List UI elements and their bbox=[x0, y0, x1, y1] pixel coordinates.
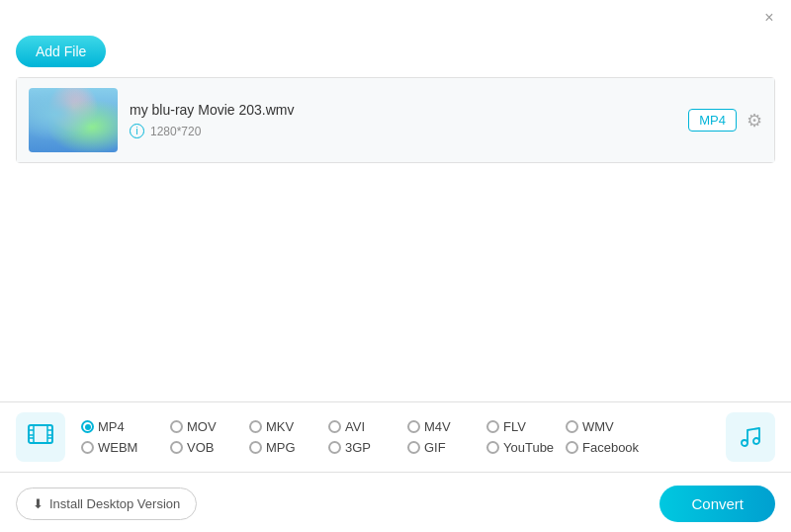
format-option-mp4[interactable]: MP4 bbox=[81, 419, 170, 434]
format-option-youtube[interactable]: YouTube bbox=[486, 440, 566, 455]
radio-youtube bbox=[486, 441, 499, 454]
format-option-3gp[interactable]: 3GP bbox=[328, 440, 407, 455]
format-label-webm: WEBM bbox=[98, 440, 137, 455]
file-name: my blu-ray Movie 203.wmv bbox=[130, 102, 676, 118]
content-area bbox=[0, 163, 791, 381]
close-button[interactable]: × bbox=[759, 8, 779, 28]
format-label-mpg: MPG bbox=[266, 440, 296, 455]
audio-format-icon[interactable] bbox=[726, 412, 775, 462]
file-item: my blu-ray Movie 203.wmv i 1280*720 MP4 … bbox=[17, 78, 774, 162]
close-icon: × bbox=[764, 9, 773, 27]
radio-mpg bbox=[249, 441, 262, 454]
action-bar: ⬇ Install Desktop Version Convert bbox=[0, 475, 791, 532]
format-label-vob: VOB bbox=[187, 440, 214, 455]
format-option-gif[interactable]: GIF bbox=[407, 440, 486, 455]
file-resolution: 1280*720 bbox=[150, 125, 201, 138]
info-icon[interactable]: i bbox=[130, 124, 144, 138]
format-option-m4v[interactable]: M4V bbox=[407, 419, 486, 434]
radio-3gp bbox=[328, 441, 341, 454]
radio-mov bbox=[170, 420, 183, 433]
format-option-mkv[interactable]: MKV bbox=[249, 419, 328, 434]
format-badge[interactable]: MP4 bbox=[688, 109, 737, 132]
convert-button[interactable]: Convert bbox=[659, 486, 775, 522]
radio-wmv bbox=[566, 420, 578, 433]
install-desktop-button[interactable]: ⬇ Install Desktop Version bbox=[16, 488, 197, 520]
format-label-facebook: Facebook bbox=[582, 440, 639, 455]
format-selector: MP4 MOV MKV AVI M4V FLV bbox=[0, 401, 791, 473]
title-bar: × bbox=[0, 0, 791, 36]
radio-flv bbox=[486, 420, 499, 433]
format-label-m4v: M4V bbox=[424, 419, 451, 434]
format-option-flv[interactable]: FLV bbox=[486, 419, 566, 434]
format-label-3gp: 3GP bbox=[345, 440, 371, 455]
settings-button[interactable]: ⚙ bbox=[747, 110, 762, 132]
toolbar: Add File bbox=[0, 36, 791, 77]
format-label-flv: FLV bbox=[503, 419, 526, 434]
radio-facebook bbox=[566, 441, 578, 454]
format-option-avi[interactable]: AVI bbox=[328, 419, 407, 434]
file-info: my blu-ray Movie 203.wmv i 1280*720 bbox=[118, 102, 688, 138]
file-list: my blu-ray Movie 203.wmv i 1280*720 MP4 … bbox=[16, 77, 775, 163]
format-label-mov: MOV bbox=[187, 419, 217, 434]
format-label-gif: GIF bbox=[424, 440, 446, 455]
format-option-facebook[interactable]: Facebook bbox=[566, 440, 645, 455]
format-option-wmv[interactable]: WMV bbox=[566, 419, 645, 434]
file-thumbnail bbox=[29, 88, 118, 152]
format-label-mkv: MKV bbox=[266, 419, 294, 434]
format-label-youtube: YouTube bbox=[503, 440, 554, 455]
radio-mp4 bbox=[81, 420, 94, 433]
gear-icon: ⚙ bbox=[747, 111, 762, 131]
film-icon bbox=[27, 420, 54, 454]
format-option-mpg[interactable]: MPG bbox=[249, 440, 328, 455]
add-file-button[interactable]: Add File bbox=[16, 36, 106, 67]
format-label-mp4: MP4 bbox=[98, 419, 125, 434]
radio-vob bbox=[170, 441, 183, 454]
format-option-vob[interactable]: VOB bbox=[170, 440, 249, 455]
svg-point-9 bbox=[742, 440, 747, 446]
file-actions: MP4 ⚙ bbox=[688, 109, 762, 132]
video-format-icon[interactable] bbox=[16, 412, 65, 462]
format-option-mov[interactable]: MOV bbox=[170, 419, 249, 434]
install-label: Install Desktop Version bbox=[49, 496, 180, 511]
file-meta: i 1280*720 bbox=[130, 124, 676, 138]
radio-gif bbox=[407, 441, 420, 454]
format-label-avi: AVI bbox=[345, 419, 365, 434]
format-label-wmv: WMV bbox=[582, 419, 614, 434]
radio-avi bbox=[328, 420, 341, 433]
radio-mkv bbox=[249, 420, 262, 433]
svg-rect-0 bbox=[29, 425, 52, 443]
format-option-webm[interactable]: WEBM bbox=[81, 440, 170, 455]
radio-m4v bbox=[407, 420, 420, 433]
download-icon: ⬇ bbox=[33, 496, 44, 511]
thumbnail-image bbox=[29, 88, 118, 152]
radio-webm bbox=[81, 441, 94, 454]
